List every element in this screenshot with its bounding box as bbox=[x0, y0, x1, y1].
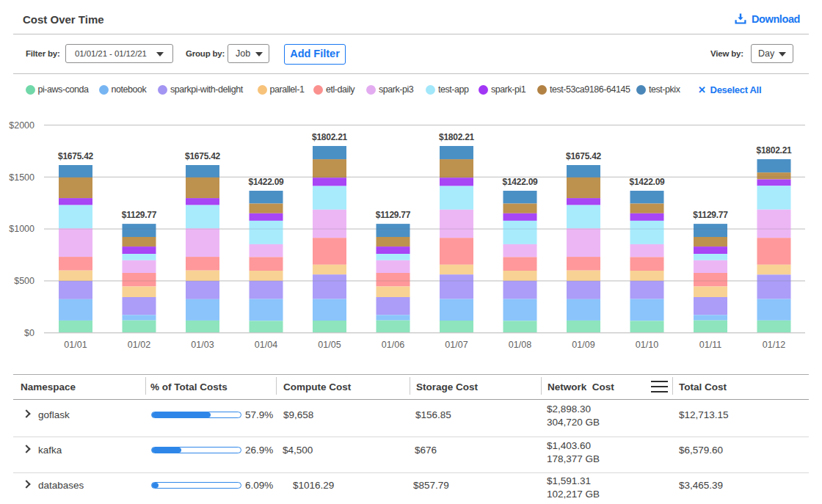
svg-text:$1500: $1500 bbox=[9, 172, 34, 183]
svg-text:$0: $0 bbox=[24, 328, 34, 338]
svg-text:$1675.42: $1675.42 bbox=[185, 151, 221, 161]
svg-text:$1422.09: $1422.09 bbox=[502, 177, 538, 187]
svg-text:01/12: 01/12 bbox=[763, 340, 785, 350]
svg-text:$1675.42: $1675.42 bbox=[566, 151, 602, 161]
svg-text:01/06: 01/06 bbox=[382, 340, 404, 350]
svg-text:$1802.21: $1802.21 bbox=[312, 132, 348, 142]
svg-text:01/04: 01/04 bbox=[255, 340, 277, 350]
svg-text:01/03: 01/03 bbox=[191, 340, 214, 350]
svg-text:$1422.09: $1422.09 bbox=[629, 177, 665, 187]
svg-text:$1129.77: $1129.77 bbox=[122, 210, 157, 220]
svg-text:01/08: 01/08 bbox=[509, 340, 531, 350]
svg-text:01/05: 01/05 bbox=[318, 340, 341, 350]
svg-text:$1129.77: $1129.77 bbox=[693, 210, 728, 220]
svg-text:$500: $500 bbox=[14, 276, 34, 286]
svg-text:01/10: 01/10 bbox=[636, 340, 658, 350]
svg-text:$1129.77: $1129.77 bbox=[376, 210, 411, 220]
svg-text:01/07: 01/07 bbox=[445, 340, 468, 350]
svg-text:01/02: 01/02 bbox=[128, 340, 150, 350]
svg-text:$1802.21: $1802.21 bbox=[756, 145, 792, 156]
svg-text:$1802.21: $1802.21 bbox=[439, 132, 475, 142]
svg-text:01/11: 01/11 bbox=[699, 340, 721, 350]
svg-text:$1675.42: $1675.42 bbox=[58, 151, 94, 161]
svg-text:01/01: 01/01 bbox=[64, 340, 87, 350]
svg-text:01/09: 01/09 bbox=[572, 340, 594, 350]
svg-text:$2000: $2000 bbox=[9, 120, 34, 131]
svg-text:$1422.09: $1422.09 bbox=[248, 177, 284, 187]
svg-text:$1000: $1000 bbox=[9, 224, 34, 234]
